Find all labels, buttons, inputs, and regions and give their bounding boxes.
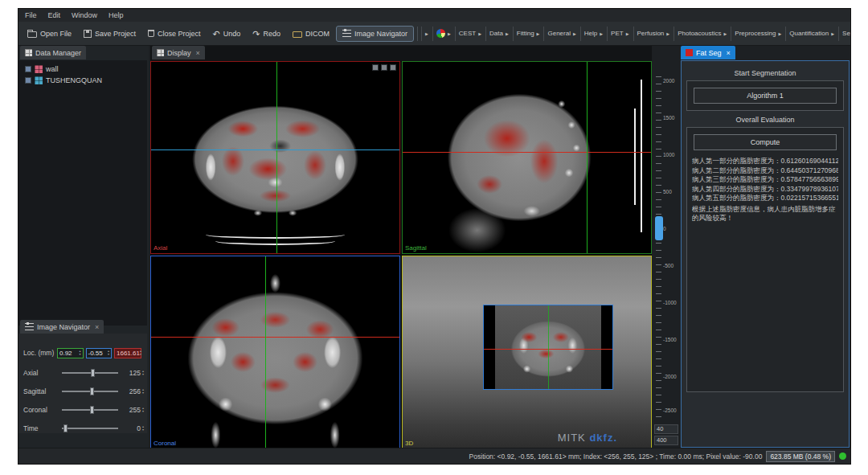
compute-button[interactable]: Compute <box>694 134 837 150</box>
window-value: 400 <box>657 436 667 444</box>
spinner-arrows-icon[interactable]: ▴▾ <box>142 407 144 413</box>
open-file-icon <box>27 31 37 38</box>
chevron-right-icon: ▶ <box>723 31 727 36</box>
threed-slice-plane <box>483 305 613 390</box>
spinner-arrows-icon[interactable]: ▴▾ <box>142 370 144 376</box>
menu-general-label: General <box>547 30 570 37</box>
coronal-slider-value: 255 <box>123 406 141 414</box>
menu-fitting[interactable]: Fitting▶ <box>513 27 543 41</box>
menu-general[interactable]: General▶ <box>543 27 579 41</box>
menu-pet[interactable]: PET▶ <box>607 27 632 41</box>
chevron-right-icon: ▶ <box>573 31 576 36</box>
layout-menu-icon[interactable] <box>381 64 387 71</box>
menu-photoacoustics[interactable]: Photoacoustics▶ <box>674 27 730 41</box>
visibility-checkbox[interactable] <box>25 77 31 84</box>
image-navigator-button[interactable]: Image Navigator <box>336 26 414 42</box>
mitk-dkfz-logo: MITK dkfz. <box>558 432 617 444</box>
close-icon[interactable]: × <box>196 49 200 57</box>
axial-view-label: Axial <box>154 244 167 252</box>
mitk-logo-text: MITK <box>558 432 586 444</box>
menu-preprocessing[interactable]: Preprocessing▶ <box>731 27 784 41</box>
result-line-5: 病人第五部分的脂肪密度为：0.0221571536655105 <box>692 194 838 203</box>
tree-item-tushengquan[interactable]: TUSHENGQUAN <box>20 75 145 86</box>
sagittal-slider-handle[interactable] <box>90 387 94 395</box>
tab-data-manager[interactable]: Data Manager <box>20 46 86 59</box>
coronal-slider-handle[interactable] <box>90 406 94 414</box>
color-sphere-menu[interactable]: ▶ <box>432 27 454 41</box>
image-navigator-panel: Image Navigator × Loc. (mm) 0.92▴▾ -0.55… <box>18 334 147 433</box>
axial-slider[interactable] <box>62 372 118 374</box>
save-project-button[interactable]: Save Project <box>78 27 141 41</box>
coronal-slider[interactable] <box>62 409 118 411</box>
open-file-button[interactable]: Open File <box>22 27 77 41</box>
menu-edit[interactable]: Edit <box>48 11 61 19</box>
visibility-checkbox[interactable] <box>25 66 31 72</box>
fat-seg-icon <box>686 49 693 56</box>
axial-slider-handle[interactable] <box>91 369 95 377</box>
sagittal-slider-value: 256 <box>123 387 141 395</box>
time-slider[interactable] <box>62 428 118 429</box>
fat-seg-panel: Fat Seg × Start Segmentation Algorithm 1… <box>681 46 850 448</box>
tick-label: -2000 <box>663 374 677 379</box>
axial-ct-image <box>151 62 399 253</box>
dicom-button[interactable]: DICOM <box>287 27 335 41</box>
undo-icon: ↶ <box>213 30 220 38</box>
tick-label: 500 <box>663 189 672 195</box>
menu-perfusion[interactable]: Perfusion▶ <box>633 27 674 41</box>
crosshair-menu-icon[interactable] <box>372 64 379 71</box>
menu-cest[interactable]: CEST▶ <box>455 27 485 41</box>
coronal-view[interactable]: Coronal <box>150 256 400 449</box>
spinner-arrows-icon[interactable]: ▴▾ <box>142 388 144 395</box>
fullscreen-icon[interactable] <box>390 64 396 71</box>
level-window-handle[interactable] <box>655 216 663 240</box>
reference-line <box>634 109 636 205</box>
close-icon[interactable]: × <box>727 49 731 57</box>
data-manager-icon <box>25 49 32 56</box>
time-slider-handle[interactable] <box>63 424 68 432</box>
chevron-right-icon: ▶ <box>478 31 481 36</box>
menu-quantification-label: Quantification <box>789 30 829 37</box>
chevron-right-icon: ▶ <box>506 31 509 36</box>
menu-segmentation[interactable]: Segmentation▶ <box>838 27 850 41</box>
tab-fat-seg[interactable]: Fat Seg × <box>681 46 735 59</box>
close-project-button[interactable]: Close Project <box>142 27 207 41</box>
spinner-arrows-icon[interactable]: ▴▾ <box>142 425 144 432</box>
memory-usage-indicator: 623.85 MB (0.48 %) <box>766 451 835 462</box>
dkfz-logo-text: dkfz. <box>589 432 617 444</box>
sagittal-slider[interactable] <box>62 391 118 392</box>
menu-quantification[interactable]: Quantification▶ <box>785 27 837 41</box>
menu-window[interactable]: Window <box>72 11 97 19</box>
loc-y-spinbox[interactable]: -0.55▴▾ <box>86 348 113 358</box>
menu-cest-label: CEST <box>459 30 476 37</box>
threed-view-label: 3D <box>405 440 413 447</box>
loc-z-spinbox[interactable]: 1661.61▴▾ <box>114 348 141 358</box>
menu-file[interactable]: File <box>25 11 37 19</box>
axial-view[interactable]: Axial <box>150 61 400 254</box>
tab-display[interactable]: Display × <box>152 46 205 59</box>
time-slider-label: Time <box>23 424 57 432</box>
chevron-right-icon: ▶ <box>600 31 603 36</box>
color-sphere-icon <box>436 29 445 38</box>
sagittal-view[interactable]: Sagittal <box>402 61 652 254</box>
threed-view[interactable]: MITK dkfz. 3D <box>402 256 652 449</box>
menu-pet-label: PET <box>611 30 624 37</box>
undo-button[interactable]: ↶ Undo <box>207 27 247 41</box>
window-value-box[interactable]: 400 <box>654 436 678 445</box>
image-navigator-icon <box>342 30 351 37</box>
tab-image-navigator[interactable]: Image Navigator × <box>20 320 104 334</box>
level-value-box[interactable]: 40 <box>654 424 678 434</box>
tree-item-wall[interactable]: wall <box>20 63 145 75</box>
loc-x-spinbox[interactable]: 0.92▴▾ <box>57 348 84 358</box>
time-slider-value: 0 <box>123 424 141 432</box>
redo-button[interactable]: ↷ Redo <box>247 27 286 41</box>
fat-seg-body: Start Segmentation Algorithm 1 Overall E… <box>681 60 850 448</box>
threed-ct-image <box>495 305 601 389</box>
menu-help2[interactable]: Help▶ <box>580 27 606 41</box>
close-icon[interactable]: × <box>95 323 99 331</box>
views-overflow-arrow[interactable]: ▶ <box>421 27 432 41</box>
menu-data[interactable]: Data▶ <box>485 27 512 41</box>
coronal-view-label: Coronal <box>154 440 176 447</box>
algorithm-1-button[interactable]: Algorithm 1 <box>694 88 837 104</box>
result-line-3: 病人第三部分的脂肪密度为：0.5784775656389924 <box>692 175 838 185</box>
menu-help[interactable]: Help <box>108 11 124 19</box>
